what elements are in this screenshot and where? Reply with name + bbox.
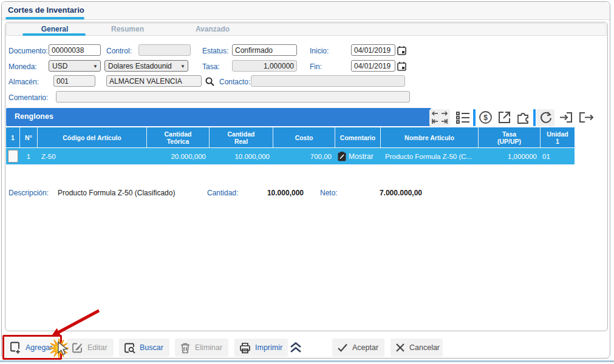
- almacen-label: Almacén:: [9, 78, 39, 86]
- toolbar-separator: [473, 109, 476, 126]
- moneda-code-value: USD: [52, 62, 67, 70]
- tab-resumen[interactable]: Resumen: [97, 25, 158, 33]
- almacen-code-input[interactable]: [53, 75, 95, 87]
- control-label: Control:: [106, 47, 132, 55]
- imprimir-label: Imprimir: [255, 343, 282, 352]
- svg-text:$: $: [483, 113, 488, 122]
- aceptar-button[interactable]: Aceptar: [332, 339, 384, 357]
- row-nombre: Producto Formula Z-50 (C...: [381, 148, 479, 164]
- col-cantidad-real[interactable]: Cantidad Real: [210, 127, 273, 147]
- buscar-button[interactable]: Buscar: [119, 339, 169, 357]
- aceptar-label: Aceptar: [352, 343, 378, 352]
- row-cantidad-teorica: 20.000,000: [147, 148, 210, 164]
- eliminar-label: Eliminar: [195, 343, 222, 352]
- tab-active-indicator: [22, 33, 86, 36]
- moneda-code-select[interactable]: USD ▼: [49, 60, 101, 72]
- col-unidad[interactable]: Unidad 1: [541, 127, 575, 147]
- col-select[interactable]: 1: [6, 127, 20, 147]
- inicio-calendar-icon[interactable]: [397, 45, 407, 56]
- eliminar-button[interactable]: Eliminar: [175, 339, 228, 357]
- renglones-header-bar: [6, 108, 431, 126]
- row-cantidad-real: 10.000,000: [210, 148, 273, 164]
- open-external-icon[interactable]: [497, 110, 511, 127]
- printer-icon: [239, 342, 251, 354]
- row-tasa: 1,000000: [479, 148, 541, 164]
- grid-header: 1 N° Código del Artículo Cantidad Teóric…: [6, 127, 575, 147]
- row-numero: 1: [20, 148, 38, 164]
- col-nombre[interactable]: Nombre Articulo: [381, 127, 479, 147]
- dialog-title: Cortes de Inventario: [8, 5, 84, 15]
- moneda-label: Moneda:: [9, 62, 37, 71]
- annotation-highlight-box: [2, 335, 62, 360]
- almacen-name-input[interactable]: [106, 75, 202, 87]
- documento-label: Documento:: [9, 47, 48, 55]
- row-unidad: 01: [541, 148, 575, 164]
- inicio-input[interactable]: [351, 44, 395, 56]
- col-codigo[interactable]: Código del Artículo: [38, 127, 147, 147]
- cancelar-button[interactable]: Cancelar: [391, 339, 443, 357]
- renglones-title: Renglones: [15, 112, 53, 121]
- tasa-input: [232, 60, 297, 72]
- collapse-chevrons-icon[interactable]: [288, 340, 303, 355]
- contacto-input: [251, 75, 405, 87]
- neto-label: Neto:: [320, 189, 338, 197]
- descripcion-label: Descripción:: [9, 189, 49, 197]
- moneda-name-select[interactable]: Dolares Estadounid ▼: [104, 60, 188, 72]
- row-costo: 700,00: [273, 148, 335, 164]
- plugin-puzzle-icon[interactable]: [516, 110, 531, 127]
- col-costo[interactable]: Costo: [273, 127, 335, 147]
- descripcion-value: Producto Formula Z-50 (Clasificado): [58, 189, 175, 197]
- cancelar-label: Cancelar: [409, 343, 440, 352]
- dialog-titlebar: [2, 2, 610, 20]
- editar-button[interactable]: Editar: [67, 339, 114, 357]
- title-active-indicator: [5, 17, 84, 19]
- app-window: Cortes de Inventario General Resumen Ava…: [0, 0, 614, 364]
- col-numero[interactable]: N°: [20, 127, 38, 147]
- row-comentario-link[interactable]: Mostrar: [349, 152, 374, 161]
- export-rows-icon[interactable]: [578, 110, 594, 127]
- fin-calendar-icon[interactable]: [397, 61, 407, 72]
- estatus-label: Estatus:: [202, 47, 228, 55]
- refresh-icon[interactable]: [539, 110, 553, 127]
- search-record-icon: [124, 342, 135, 354]
- documento-input[interactable]: [49, 44, 101, 56]
- fin-label: Fin:: [310, 62, 322, 71]
- fin-input[interactable]: [351, 60, 395, 72]
- tab-strip: [6, 23, 607, 36]
- row-codigo: Z-50: [38, 148, 147, 164]
- page-bottom-edge: [0, 360, 614, 362]
- almacen-search-icon[interactable]: [204, 76, 216, 87]
- moneda-name-value: Dolares Estadounid: [108, 62, 172, 70]
- currency-dollar-icon[interactable]: $: [479, 110, 493, 127]
- buscar-label: Buscar: [140, 343, 163, 352]
- row-list-icon[interactable]: [455, 110, 470, 127]
- editar-label: Editar: [87, 343, 107, 352]
- row-checkbox[interactable]: [8, 150, 18, 163]
- edit-icon: [72, 342, 83, 354]
- imprimir-button[interactable]: Imprimir: [234, 339, 288, 357]
- check-icon: [337, 343, 348, 352]
- control-input: [138, 44, 191, 56]
- col-comentario[interactable]: Comentario: [335, 127, 381, 147]
- toolbar-separator: [533, 109, 536, 126]
- comment-note-icon[interactable]: [338, 152, 346, 161]
- comentario-input[interactable]: [56, 91, 410, 103]
- col-tasa[interactable]: Tasa (UP/UP): [479, 127, 541, 147]
- close-icon: [395, 343, 405, 352]
- chevron-down-icon: ▼: [180, 64, 185, 69]
- tab-general[interactable]: General: [24, 25, 85, 33]
- tasa-label: Tasa:: [202, 62, 220, 71]
- contacto-label: Contacto:: [219, 78, 250, 86]
- col-cantidad-teorica[interactable]: Cantidad Teórica: [147, 127, 210, 147]
- table-row[interactable]: 1 Z-50 20.000,000 10.000,000 700,00 Most…: [6, 148, 575, 164]
- cantidad-value: 10.000,000: [252, 189, 304, 197]
- estatus-input[interactable]: [232, 44, 297, 56]
- tab-avanzado[interactable]: Avanzado: [179, 25, 246, 33]
- neto-value: 7.000.000,00: [358, 189, 422, 197]
- import-rows-icon[interactable]: [559, 110, 573, 127]
- chevron-down-icon: ▼: [93, 64, 98, 69]
- comentario-label: Comentario:: [9, 93, 48, 102]
- inicio-label: Inicio:: [310, 47, 329, 55]
- cantidad-label: Cantidad:: [207, 189, 238, 197]
- nav-arrows-icon[interactable]: [431, 110, 449, 128]
